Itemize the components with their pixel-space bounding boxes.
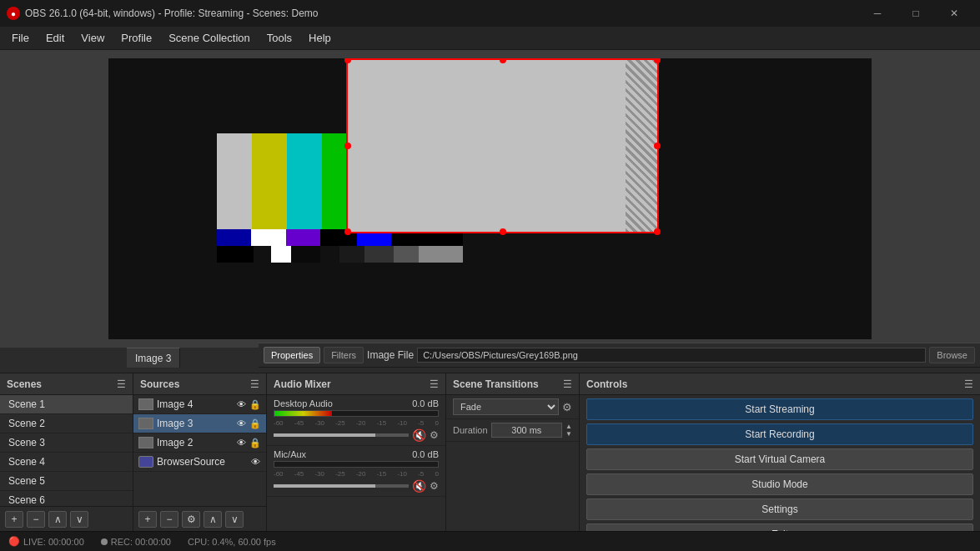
source-type-icon: [138, 418, 153, 429]
menu-tools[interactable]: Tools: [259, 28, 300, 48]
controls-title: Controls: [586, 378, 627, 390]
audio-channel-desktop: Desktop Audio 0.0 dB -60-45-30-25-20-15-…: [267, 395, 445, 446]
handle-tm[interactable]: [500, 58, 506, 63]
remove-source-button[interactable]: −: [160, 511, 178, 528]
start-recording-button[interactable]: Start Recording: [586, 423, 973, 445]
handle-tl[interactable]: [344, 58, 351, 63]
visibility-icon[interactable]: 👁: [235, 437, 247, 448]
transition-type-select[interactable]: Fade: [453, 398, 559, 415]
add-scene-button[interactable]: +: [5, 511, 23, 528]
menu-scene-collection[interactable]: Scene Collection: [160, 28, 259, 48]
titlebar-controls: ─ □ ✕: [858, 0, 973, 27]
browse-button[interactable]: Browse: [929, 347, 975, 363]
source-item-image2[interactable]: Image 2 👁 🔒: [133, 433, 266, 453]
source-type-icon: [138, 398, 153, 410]
controls-panel: Controls ☰ Start Streaming Start Recordi…: [580, 373, 980, 531]
mic-audio-meter: [274, 461, 439, 468]
scene-item[interactable]: Scene 3: [0, 433, 133, 453]
desktop-mute-button[interactable]: 🔇: [412, 428, 426, 442]
visibility-icon[interactable]: 👁: [235, 418, 247, 429]
transitions-menu-icon[interactable]: ☰: [563, 378, 572, 390]
menubar: File Edit View Profile Scene Collection …: [0, 27, 980, 50]
audio-title: Audio Mixer: [274, 378, 331, 390]
handle-mr[interactable]: [654, 143, 661, 149]
scenes-actions: + − ∧ ∨: [0, 506, 133, 531]
studio-mode-button[interactable]: Studio Mode: [586, 473, 973, 495]
source-item-image4[interactable]: Image 4 👁 🔒: [133, 395, 266, 414]
source-settings-button[interactable]: ⚙: [182, 511, 200, 528]
source-item-browser[interactable]: BrowserSource 👁: [133, 453, 266, 472]
lock-icon[interactable]: 🔒: [249, 437, 261, 448]
audio-panel-header: Audio Mixer ☰: [267, 373, 445, 395]
transitions-panel: Scene Transitions ☰ Fade ⚙ Duration ▲ ▼: [446, 373, 580, 531]
titlebar-left: ● OBS 26.1.0 (64-bit, windows) - Profile…: [7, 7, 318, 20]
move-scene-down-button[interactable]: ∨: [70, 511, 88, 528]
sources-menu-icon[interactable]: ☰: [250, 378, 259, 390]
duration-label: Duration: [453, 425, 488, 435]
transition-duration-row: Duration ▲ ▼: [446, 419, 579, 442]
transitions-panel-header: Scene Transitions ☰: [446, 373, 579, 395]
visibility-icon[interactable]: 👁: [235, 398, 247, 410]
audio-channels: Desktop Audio 0.0 dB -60-45-30-25-20-15-…: [267, 395, 445, 531]
menu-edit[interactable]: Edit: [38, 28, 73, 48]
selected-image[interactable]: [346, 58, 659, 233]
tab-filters[interactable]: Filters: [324, 347, 364, 363]
source-name: Image 3: [157, 418, 193, 429]
visibility-icon[interactable]: 👁: [249, 456, 261, 468]
add-source-button[interactable]: +: [138, 511, 157, 528]
duration-down-button[interactable]: ▼: [565, 430, 572, 438]
handle-bl[interactable]: [344, 228, 351, 235]
move-source-up-button[interactable]: ∧: [204, 511, 222, 528]
audio-menu-icon[interactable]: ☰: [430, 378, 439, 390]
menu-profile[interactable]: Profile: [113, 28, 160, 48]
duration-input[interactable]: [491, 423, 563, 438]
menu-view[interactable]: View: [73, 28, 113, 48]
desktop-volume-slider[interactable]: [274, 433, 409, 437]
scenes-menu-icon[interactable]: ☰: [117, 378, 126, 390]
handle-br[interactable]: [654, 228, 661, 235]
audio-ruler: -60-45-30-25-20-15-10-50: [274, 419, 439, 427]
statusbar: 🔴 LIVE: 00:00:00 REC: 00:00:00 CPU: 0.4%…: [0, 531, 980, 551]
titlebar: ● OBS 26.1.0 (64-bit, windows) - Profile…: [0, 0, 980, 27]
menu-file[interactable]: File: [3, 28, 38, 48]
desktop-settings-icon[interactable]: ⚙: [430, 429, 439, 441]
menu-help[interactable]: Help: [300, 28, 339, 48]
mic-volume-slider[interactable]: [274, 484, 409, 488]
scene-item[interactable]: Scene 4: [0, 453, 133, 472]
duration-up-button[interactable]: ▲: [565, 423, 572, 430]
source-item-image3[interactable]: Image 3 👁 🔒: [133, 414, 266, 433]
scene-item[interactable]: Scene 2: [0, 414, 133, 433]
start-streaming-button[interactable]: Start Streaming: [586, 398, 973, 420]
scene-item[interactable]: Scene 1: [0, 395, 133, 414]
handle-bm[interactable]: [500, 228, 506, 235]
mic-mute-button[interactable]: 🔇: [412, 479, 426, 493]
mic-settings-icon[interactable]: ⚙: [430, 480, 439, 492]
image-file-label: Image File: [367, 349, 414, 361]
move-source-down-button[interactable]: ∨: [225, 511, 244, 528]
minimize-button[interactable]: ─: [858, 0, 897, 27]
move-scene-up-button[interactable]: ∧: [48, 511, 67, 528]
start-virtual-camera-button[interactable]: Start Virtual Camera: [586, 448, 973, 470]
source-name: BrowserSource: [157, 456, 225, 468]
handle-ml[interactable]: [344, 143, 351, 149]
mic-aux-db: 0.0 dB: [412, 449, 439, 459]
preview-canvas: [108, 58, 872, 339]
settings-button[interactable]: Settings: [586, 498, 973, 520]
maximize-button[interactable]: □: [897, 0, 935, 27]
image-file-path-input[interactable]: [417, 348, 926, 363]
controls-menu-icon[interactable]: ☰: [964, 378, 973, 390]
cpu-status: CPU: 0.4%, 60.00 fps: [188, 537, 276, 547]
close-button[interactable]: ✕: [935, 0, 973, 27]
obs-icon: ●: [7, 7, 20, 20]
image3-label: Image 3: [127, 348, 180, 368]
transitions-settings-icon[interactable]: ⚙: [562, 401, 572, 413]
desktop-audio-meter: [274, 410, 439, 417]
exit-button[interactable]: Exit: [586, 523, 973, 531]
tab-properties[interactable]: Properties: [264, 347, 320, 363]
lock-icon[interactable]: 🔒: [249, 398, 261, 410]
scene-item[interactable]: Scene 5: [0, 472, 133, 491]
scene-item[interactable]: Scene 6: [0, 491, 133, 506]
lock-icon[interactable]: 🔒: [249, 418, 261, 429]
live-status: 🔴 LIVE: 00:00:00: [8, 536, 84, 547]
remove-scene-button[interactable]: −: [27, 511, 45, 528]
